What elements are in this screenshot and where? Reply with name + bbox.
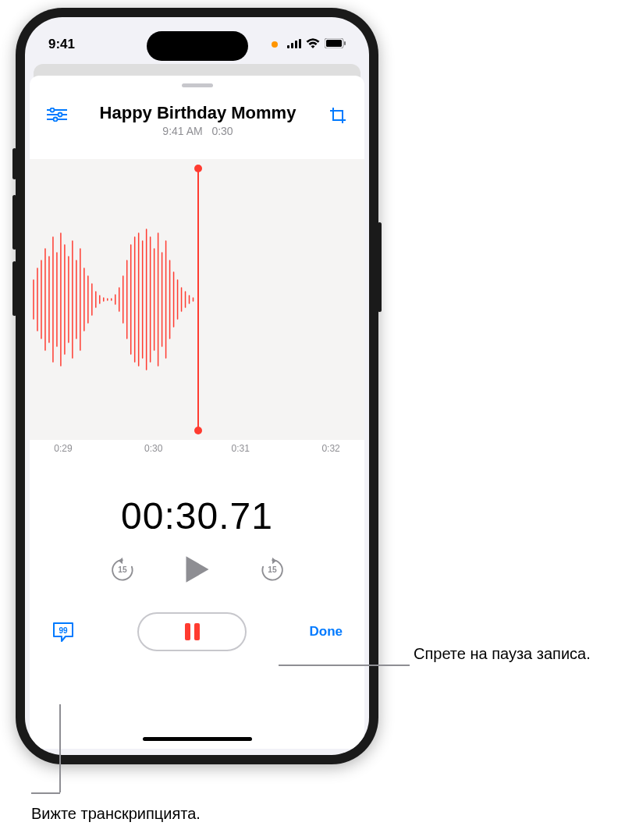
bottom-toolbar: 99 Done <box>30 612 364 651</box>
recording-sheet: Happy Birthday Mommy 9:41 AM 0:30 <box>30 76 364 749</box>
recording-time-label: 9:41 AM <box>162 125 202 137</box>
playback-controls: 15 15 <box>30 555 364 584</box>
recording-duration-label: 0:30 <box>211 125 233 137</box>
callout-leader-line <box>59 704 61 792</box>
cellular-icon <box>287 37 301 51</box>
wifi-icon <box>306 37 320 51</box>
svg-text:15: 15 <box>268 565 277 574</box>
home-indicator[interactable] <box>143 737 252 741</box>
options-icon[interactable] <box>47 108 67 122</box>
svg-rect-0 <box>287 45 289 48</box>
play-button[interactable] <box>183 555 212 584</box>
phone-frame: 9:41 <box>16 8 378 764</box>
svg-point-8 <box>51 108 55 112</box>
volume-up-button <box>12 195 16 250</box>
callout-pause: Спрете на пауза записа. <box>414 643 601 665</box>
trim-icon[interactable] <box>328 106 347 125</box>
svg-text:15: 15 <box>118 565 127 574</box>
side-button <box>378 222 382 312</box>
svg-point-12 <box>54 118 58 122</box>
status-time: 9:41 <box>48 37 75 52</box>
pause-record-button[interactable] <box>137 612 247 651</box>
timeline-tick: 0:31 <box>232 443 250 454</box>
svg-rect-3 <box>299 39 301 48</box>
skip-back-15-button[interactable]: 15 <box>109 556 136 583</box>
timeline-tick: 0:29 <box>54 443 72 454</box>
dynamic-island <box>147 31 248 61</box>
playhead[interactable] <box>197 168 199 431</box>
skip-forward-15-button[interactable]: 15 <box>259 556 286 583</box>
svg-point-10 <box>59 113 62 117</box>
timeline-ruler: 0:29 0:30 0:31 0:32 <box>30 440 364 471</box>
header-titles: Happy Birthday Mommy 9:41 AM 0:30 <box>67 103 328 137</box>
transcript-icon[interactable]: 99 <box>51 621 75 643</box>
callout-leader-line <box>279 665 410 666</box>
waveform[interactable] <box>30 159 364 440</box>
timeline-tick: 0:32 <box>321 443 339 454</box>
recording-indicator-icon <box>272 41 278 48</box>
status-indicators <box>272 37 346 51</box>
battery-icon <box>325 37 346 51</box>
recording-subtitle: 9:41 AM 0:30 <box>67 125 328 137</box>
svg-rect-1 <box>291 43 293 48</box>
svg-rect-2 <box>295 41 297 48</box>
svg-rect-6 <box>344 41 346 45</box>
volume-down-button <box>12 261 16 316</box>
phone-screen: 9:41 <box>25 17 369 755</box>
sheet-header: Happy Birthday Mommy 9:41 AM 0:30 <box>30 95 364 145</box>
done-button[interactable]: Done <box>310 624 343 640</box>
drag-handle[interactable] <box>182 83 213 87</box>
pause-icon <box>185 623 200 640</box>
action-button <box>12 148 16 179</box>
svg-text:99: 99 <box>59 626 68 635</box>
callout-leader-line <box>31 792 60 794</box>
elapsed-timer: 00:30.71 <box>30 494 364 537</box>
callout-transcript: Вижте транскрипцията. <box>31 803 343 824</box>
recording-title[interactable]: Happy Birthday Mommy <box>67 103 328 123</box>
timeline-tick: 0:30 <box>144 443 162 454</box>
svg-rect-5 <box>326 40 342 47</box>
